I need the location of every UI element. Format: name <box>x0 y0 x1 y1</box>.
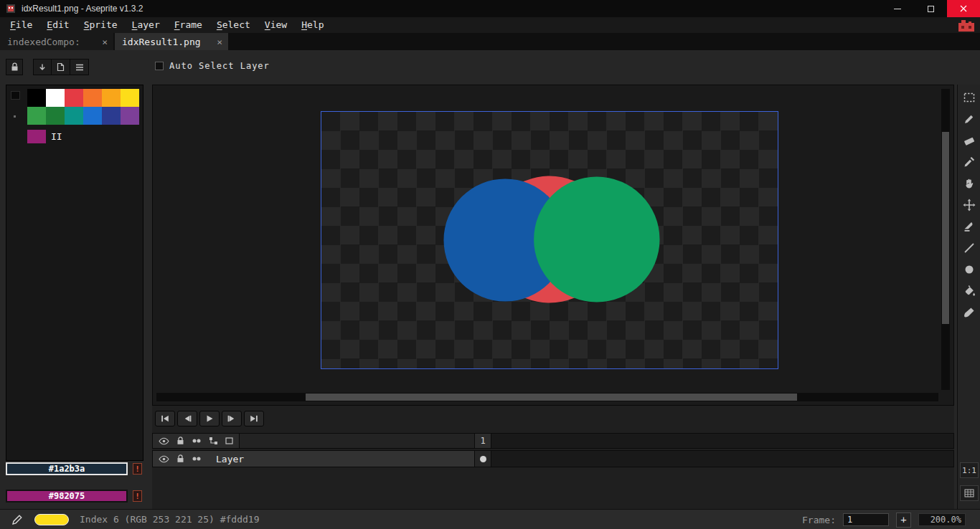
layer-continuous-icon[interactable] <box>192 456 202 462</box>
statusbar-color-swatch <box>34 514 69 525</box>
vertical-scrollbar-thumb[interactable] <box>942 132 949 324</box>
horizontal-scrollbar-thumb[interactable] <box>306 394 797 401</box>
layer-lock-icon[interactable] <box>176 454 184 463</box>
palette-presets-button[interactable] <box>52 59 70 75</box>
play-button[interactable] <box>199 411 220 426</box>
palette-sort-button[interactable] <box>33 59 52 75</box>
pencil-status-icon <box>11 513 24 525</box>
menu-file[interactable]: File <box>3 17 39 33</box>
background-color-hex: #982075 <box>49 491 85 501</box>
palette-swatch[interactable] <box>121 107 139 125</box>
add-frame-button[interactable]: + <box>896 513 911 528</box>
menu-select[interactable]: Select <box>209 17 258 33</box>
close-button[interactable] <box>947 0 980 17</box>
menu-help[interactable]: Help <box>294 17 331 33</box>
tab-label: indexedCompo: <box>7 37 80 47</box>
tool-slice[interactable] <box>959 216 979 237</box>
tab-close-icon[interactable]: × <box>212 37 222 47</box>
palette-menu-button[interactable] <box>70 59 89 75</box>
grid-view-button[interactable] <box>960 485 979 501</box>
palette-button-group <box>33 59 89 75</box>
maximize-button[interactable] <box>914 0 947 17</box>
palette-swatch[interactable] <box>102 107 121 125</box>
menu-edit[interactable]: Edit <box>39 17 76 33</box>
minimize-button[interactable] <box>881 0 914 17</box>
next-frame-button[interactable] <box>222 411 242 426</box>
cel-frame-1[interactable] <box>475 450 491 467</box>
menu-frame[interactable]: Frame <box>167 17 209 33</box>
hamburger-icon <box>75 64 84 71</box>
menu-view[interactable]: View <box>258 17 294 33</box>
tab-label: idxResult1.png <box>122 37 201 47</box>
onion-skin-icon[interactable] <box>192 438 202 444</box>
frame-input[interactable] <box>843 513 889 526</box>
tool-line[interactable] <box>959 238 979 258</box>
prev-frame-button[interactable] <box>177 411 197 426</box>
actual-size-button[interactable]: 1:1 <box>960 462 979 478</box>
palette-swatch[interactable] <box>65 89 83 107</box>
palette-swatch[interactable] <box>46 107 65 125</box>
cel-column-icon[interactable] <box>225 437 233 444</box>
palette-swatch[interactable] <box>102 89 121 107</box>
layer-visibility-icon[interactable] <box>159 455 169 463</box>
auto-select-layer-option: Auto Select Layer <box>155 61 270 71</box>
aseprite-logo-icon <box>957 19 976 32</box>
palette-swatch[interactable] <box>46 89 65 107</box>
palette-swatch[interactable] <box>27 107 46 125</box>
palette-lock-button[interactable] <box>6 59 23 75</box>
menu-sprite[interactable]: Sprite <box>77 17 125 33</box>
auto-select-layer-checkbox[interactable] <box>155 62 164 70</box>
canvas-workspace[interactable] <box>152 85 954 406</box>
layer-name-block[interactable]: Layer <box>152 450 475 467</box>
vertical-scrollbar[interactable] <box>941 89 950 390</box>
layer-structure-icon[interactable] <box>209 437 218 445</box>
horizontal-scrollbar[interactable] <box>156 393 938 401</box>
frame-header-1[interactable]: 1 <box>475 433 491 449</box>
tab-idxresult1-png[interactable]: idxResult1.png× <box>115 33 228 50</box>
tool-paint-bucket[interactable] <box>959 281 979 301</box>
timeline-panel: 1 Layer <box>152 406 954 509</box>
grid-icon <box>964 489 974 497</box>
sprite-canvas[interactable] <box>321 111 778 369</box>
tool-contour[interactable] <box>959 302 979 323</box>
window-controls <box>881 0 980 17</box>
tool-column <box>959 87 979 324</box>
palette-swatch[interactable] <box>65 107 83 125</box>
menu-bar: FileEditSpriteLayerFrameSelectViewHelp <box>0 17 980 33</box>
sprite-artwork <box>321 112 778 368</box>
tool-eraser[interactable] <box>959 130 979 151</box>
layer-row[interactable]: Layer <box>152 450 954 467</box>
tab-bar: indexedCompo:×idxResult1.png× <box>0 33 980 50</box>
palette-swatch[interactable] <box>121 89 139 107</box>
palette-swatch[interactable] <box>83 89 102 107</box>
palette-gutter-mark <box>14 115 16 118</box>
app-icon <box>6 4 16 14</box>
menu-layer[interactable]: Layer <box>125 17 167 33</box>
tool-pencil[interactable] <box>959 109 979 129</box>
tool-ellipse[interactable] <box>959 259 979 280</box>
first-frame-button[interactable] <box>155 411 175 426</box>
zoom-field[interactable]: 200.0% <box>918 513 966 526</box>
tool-hand[interactable] <box>959 173 979 194</box>
tab-close-icon[interactable]: × <box>98 37 108 47</box>
tool-eyedropper[interactable] <box>959 152 979 172</box>
tool-rectangular-marquee[interactable] <box>959 87 979 108</box>
layer-name[interactable]: Layer <box>216 454 244 464</box>
statusbar-left: Index 6 (RGB 253 221 25) #fddd19 <box>0 513 259 525</box>
foreground-color-warning-icon[interactable]: ! <box>133 463 142 475</box>
last-frame-button[interactable] <box>244 411 264 426</box>
palette-swatch[interactable] <box>27 89 46 107</box>
palette-swatch[interactable] <box>27 130 46 143</box>
palette-swatch[interactable] <box>83 107 102 125</box>
tab-indexedcompo-[interactable]: indexedCompo:× <box>0 33 113 50</box>
palette-selected-marker: II <box>51 130 62 143</box>
tool-move[interactable] <box>959 195 979 215</box>
foreground-color-display[interactable]: #1a2b3a <box>6 462 128 475</box>
aseprite-window: idxResult1.png - Aseprite v1.3.2 FileEdi… <box>0 0 980 529</box>
background-color-display[interactable]: #982075 <box>6 490 128 502</box>
timeline-header-rest <box>491 433 954 449</box>
background-color-warning-icon[interactable]: ! <box>133 490 142 502</box>
visibility-column-icon[interactable] <box>159 437 169 445</box>
lock-column-icon[interactable] <box>176 437 184 445</box>
palette-transparent-swatch[interactable] <box>11 91 20 100</box>
